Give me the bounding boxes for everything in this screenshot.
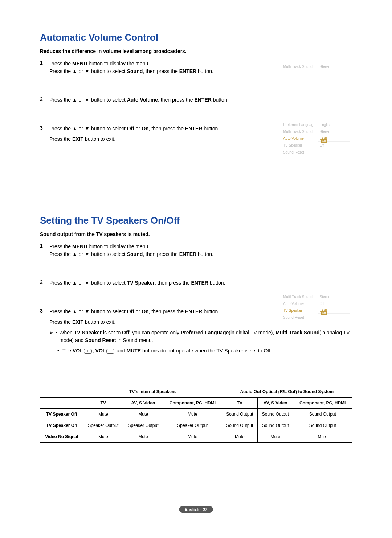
step-text: Press the ▲ or ▼ button to select Auto V…: [49, 96, 352, 104]
note-block: ➢ • When TV Speaker is set to Off, you c…: [49, 329, 352, 344]
section2-step2: 2 Press the ▲ or ▼ button to select TV S…: [40, 279, 352, 287]
vol-minus-icon: [106, 349, 114, 354]
osd-snippet-3: Multi-Track Sound: Stereo Auto Volume: O…: [283, 293, 352, 321]
step-text: Press the MENU button to display the men…: [49, 243, 352, 258]
section2-step3: 3 Press the ▲ or ▼ button to select Off …: [40, 308, 352, 355]
section2-subtitle: Sound output from the TV speakers is mut…: [40, 231, 352, 237]
section1-step2: 2 Press the ▲ or ▼ button to select Auto…: [40, 96, 352, 104]
speaker-output-table: TV's Internal Speakers Audio Out Optical…: [40, 386, 352, 443]
page-number-pill: English - 37: [179, 506, 213, 513]
step-number: 1: [40, 60, 49, 66]
section2-title: Setting the TV Speakers On/Off: [40, 215, 352, 226]
section1-step3: 3 Press the ▲ or ▼ button to select Off …: [40, 125, 352, 143]
step-number: 2: [40, 96, 49, 102]
step-text: Press the ▲ or ▼ button to select TV Spe…: [49, 279, 352, 287]
table-row: TV Speaker On Speaker OutputSpeaker Outp…: [40, 420, 352, 431]
note-line-2: • The VOL, VOL and MUTE buttons do not o…: [57, 347, 352, 355]
step-number: 3: [40, 308, 49, 314]
osd-snippet-2: Preferred Language: English Multi-Track …: [283, 121, 352, 156]
step-number: 3: [40, 125, 49, 131]
vol-plus-icon: [84, 349, 92, 354]
note-arrow-icon: ➢: [49, 329, 56, 337]
table-row: Video No Signal MuteMuteMute MuteMuteMut…: [40, 431, 352, 443]
section1-step1: 1 Press the MENU button to display the m…: [40, 60, 352, 75]
section2-step1: 1 Press the MENU button to display the m…: [40, 243, 352, 258]
osd-snippet-1: Multi-Track Sound: Stereo: [283, 63, 352, 70]
section1-title: Automatic Volume Control: [40, 32, 352, 43]
section1-subtitle: Reduces the difference in volume level a…: [40, 48, 352, 54]
step-number: 1: [40, 243, 49, 249]
step-number: 2: [40, 279, 49, 285]
table-row: TV Speaker Off MuteMuteMute Sound Output…: [40, 409, 352, 420]
page: Automatic Volume Control Reduces the dif…: [0, 0, 392, 538]
